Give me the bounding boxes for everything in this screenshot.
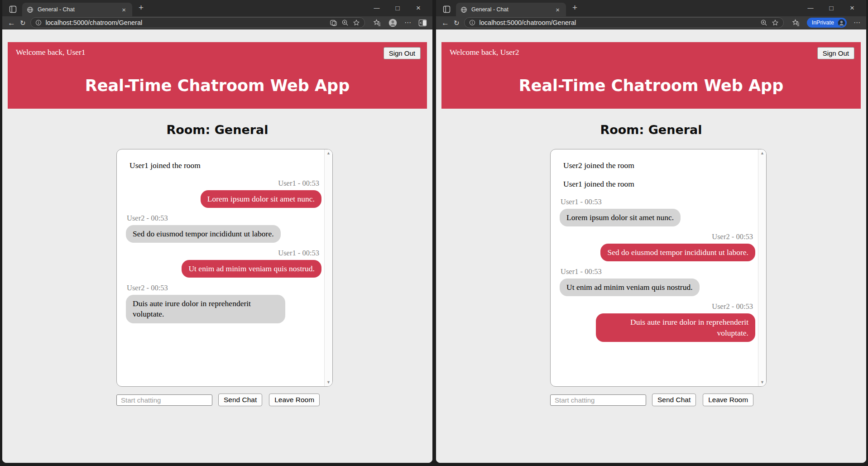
refresh-button[interactable]: ↻	[454, 19, 460, 26]
leave-room-button[interactable]: Leave Room	[269, 394, 320, 406]
tab-title: General - Chat	[38, 6, 120, 13]
maximize-button[interactable]: □	[821, 5, 842, 11]
profile-avatar-icon[interactable]	[388, 18, 398, 28]
message-bubble: Ut enim ad minim veniam quis nostrud.	[560, 279, 700, 296]
settings-more-icon[interactable]: ⋯	[854, 19, 861, 27]
message-bubble: Lorem ipsum dolor sit amet nunc.	[560, 209, 681, 226]
message-row: User1 - 00:53 Ut enim ad minim veniam qu…	[560, 267, 755, 296]
browser-toolbar: ← ↻ localhost:5000/chatroom/General	[2, 16, 432, 29]
message-bubble: User2 joined the room	[560, 160, 634, 171]
back-button[interactable]: ←	[441, 19, 449, 27]
tab-close-icon[interactable]: ×	[120, 5, 128, 14]
maximize-button[interactable]: □	[387, 5, 408, 11]
message-meta: User2 - 00:53	[127, 283, 168, 293]
browser-toolbar: ← ↻ localhost:5000/chatroom/General	[436, 16, 866, 29]
new-tab-button[interactable]: +	[139, 3, 144, 12]
toolbar-right-icons: ⋯	[373, 18, 427, 28]
header-banner: Welcome back, User1 Sign Out Real-Time C…	[8, 42, 427, 109]
address-bar[interactable]: localhost:5000/chatroom/General	[30, 17, 365, 28]
zoom-in-icon[interactable]	[341, 19, 349, 26]
favorites-list-icon[interactable]	[373, 19, 381, 27]
favorites-star-icon[interactable]	[772, 19, 779, 26]
zoom-in-icon[interactable]	[760, 19, 767, 26]
chat-message-panel: User2 joined the room User1 joined the r…	[550, 149, 767, 387]
scroll-up-icon[interactable]: ▲	[325, 149, 332, 157]
url-text[interactable]: localhost:5000/chatroom/General	[46, 19, 326, 26]
scroll-down-icon[interactable]: ▼	[758, 379, 766, 386]
back-button[interactable]: ←	[8, 19, 15, 27]
site-info-icon[interactable]	[469, 19, 475, 26]
send-chat-button[interactable]: Send Chat	[218, 394, 262, 406]
message-bubble: Sed do eiusmod tempor incididunt ut labo…	[600, 244, 755, 261]
window-controls: — □ ×	[800, 0, 863, 15]
room-heading: Room: General	[2, 123, 432, 137]
close-button[interactable]: ×	[408, 4, 429, 12]
message-meta: User2 - 00:53	[712, 302, 753, 311]
window-controls: — □ ×	[366, 0, 429, 15]
minimize-button[interactable]: —	[366, 5, 387, 11]
scroll-up-icon[interactable]: ▲	[758, 149, 766, 157]
close-button[interactable]: ×	[842, 4, 863, 12]
tab-actions-icon[interactable]	[9, 5, 17, 13]
message-bubble: Lorem ipsum dolor sit amet nunc.	[201, 190, 321, 208]
favorites-star-icon[interactable]	[353, 19, 360, 26]
header-banner: Welcome back, User2 Sign Out Real-Time C…	[441, 42, 861, 109]
split-screen-icon[interactable]	[330, 19, 337, 27]
globe-favicon	[460, 6, 467, 13]
tab-strip: General - Chat × + — □ ×	[436, 0, 866, 16]
message-meta: User1 - 00:53	[278, 179, 319, 188]
message-list: User2 joined the room User1 joined the r…	[551, 149, 758, 386]
minimize-button[interactable]: —	[800, 5, 821, 11]
message-bubble: Ut enim ad minim veniam quis nostrud.	[182, 260, 321, 278]
tab-strip: General - Chat × + — □ ×	[2, 0, 432, 16]
chat-controls: Send Chat Leave Room	[116, 394, 432, 406]
refresh-button[interactable]: ↻	[20, 19, 26, 26]
inprivate-badge[interactable]: InPrivate	[807, 18, 847, 28]
copilot-sidebar-icon[interactable]	[418, 19, 427, 27]
message-row: User2 - 00:53 Duis aute irure dolor in r…	[560, 302, 755, 341]
message-row: User1 - 00:53 Lorem ipsum dolor sit amet…	[126, 179, 321, 208]
tab-general-chat[interactable]: General - Chat ×	[456, 3, 566, 16]
send-chat-button[interactable]: Send Chat	[652, 394, 696, 406]
toolbar-right-icons: InPrivate ⋯	[792, 18, 861, 28]
sign-out-button[interactable]: Sign Out	[384, 47, 421, 59]
address-bar[interactable]: localhost:5000/chatroom/General	[464, 17, 784, 28]
chat-page: Welcome back, User1 Sign Out Real-Time C…	[2, 42, 432, 463]
inprivate-label: InPrivate	[812, 19, 834, 26]
message-row: User1 - 00:53 Lorem ipsum dolor sit amet…	[560, 197, 755, 226]
message-meta: User1 - 00:53	[561, 267, 602, 276]
welcome-text: Welcome back, User1	[16, 48, 86, 57]
message-bubble: Duis aute irure dolor in reprehenderit v…	[126, 295, 285, 323]
message-meta: User1 - 00:53	[278, 249, 319, 258]
message-meta: User2 - 00:53	[712, 232, 753, 241]
message-row: User1 - 00:53 Ut enim ad minim veniam qu…	[126, 249, 321, 278]
room-heading: Room: General	[436, 123, 866, 137]
globe-favicon	[27, 6, 34, 13]
tab-close-icon[interactable]: ×	[554, 5, 561, 14]
url-text[interactable]: localhost:5000/chatroom/General	[480, 19, 756, 26]
message-list: User1 joined the room User1 - 00:53 Lore…	[117, 149, 324, 386]
inprivate-avatar-icon	[837, 19, 846, 27]
sign-out-button[interactable]: Sign Out	[817, 47, 854, 59]
settings-more-icon[interactable]: ⋯	[404, 19, 412, 27]
favorites-list-icon[interactable]	[792, 19, 800, 27]
message-bubble: Sed do eiusmod tempor incididunt ut labo…	[126, 225, 281, 243]
chat-input[interactable]	[116, 394, 212, 406]
message-bubble: Duis aute irure dolor in reprehenderit v…	[596, 313, 755, 341]
site-info-icon[interactable]	[35, 19, 42, 26]
tab-actions-icon[interactable]	[443, 5, 451, 13]
message-bubble: User1 joined the room	[126, 160, 201, 171]
chat-input[interactable]	[550, 394, 646, 406]
message-meta: User2 - 00:53	[127, 214, 168, 223]
tab-title: General - Chat	[471, 6, 554, 13]
tab-general-chat[interactable]: General - Chat ×	[22, 3, 132, 16]
chat-scrollbar[interactable]: ▲ ▼	[758, 149, 766, 386]
new-tab-button[interactable]: +	[572, 3, 577, 12]
message-row: User2 - 00:53 Sed do eiusmod tempor inci…	[126, 214, 321, 243]
message-row: User2 - 00:53 Duis aute irure dolor in r…	[126, 283, 321, 323]
leave-room-button[interactable]: Leave Room	[703, 394, 753, 406]
chat-message-panel: User1 joined the room User1 - 00:53 Lore…	[116, 149, 333, 387]
welcome-text: Welcome back, User2	[450, 48, 519, 57]
chat-scrollbar[interactable]: ▲ ▼	[324, 149, 332, 386]
scroll-down-icon[interactable]: ▼	[325, 379, 332, 386]
